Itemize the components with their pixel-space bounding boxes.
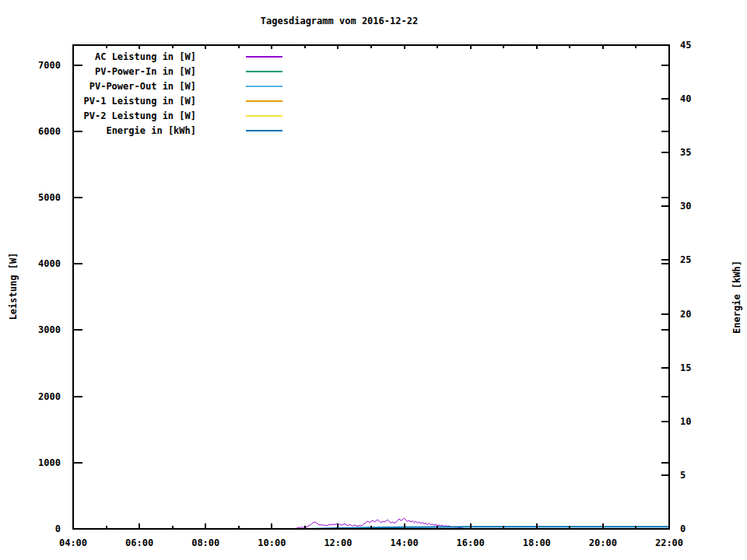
x-tick-label: 10:00 (258, 537, 286, 548)
y2-tick-label: 40 (680, 93, 691, 104)
legend-line-sample (246, 100, 282, 102)
legend-label: Energie in [kWh] (73, 125, 196, 136)
y1-tick-label: 7000 (38, 60, 61, 71)
y2-tick-label: 25 (680, 254, 691, 265)
legend-line-sample (246, 56, 282, 58)
x-tick-label: 14:00 (390, 537, 418, 548)
legend-entry: PV-Power-Out in [W] (73, 79, 282, 93)
x-tick-label: 12:00 (324, 537, 352, 548)
legend-entry: PV-Power-In in [W] (73, 64, 282, 79)
x-tick-label: 16:00 (457, 537, 485, 548)
legend-line-sample (246, 115, 282, 117)
y1-tick-label: 6000 (38, 126, 61, 137)
legend-label: PV-2 Leistung in [W] (73, 110, 196, 121)
legend-label: AC Leistung in [W] (73, 51, 196, 62)
y2-tick-label: 15 (680, 362, 691, 373)
legend-entry: PV-2 Leistung in [W] (73, 108, 282, 123)
y2-tick-label: 30 (680, 201, 691, 212)
y1-tick-label: 0 (55, 523, 61, 534)
x-tick-label: 04:00 (59, 537, 87, 548)
legend-label: PV-Power-Out in [W] (73, 81, 196, 92)
legend-entry: PV-1 Leistung in [W] (73, 93, 282, 108)
y1-tick-label: 5000 (38, 192, 61, 203)
x-tick-label: 18:00 (523, 537, 551, 548)
legend: AC Leistung in [W]PV-Power-In in [W]PV-P… (73, 49, 282, 138)
legend-entry: AC Leistung in [W] (73, 49, 282, 64)
legend-line-sample (246, 71, 282, 72)
y2-tick-label: 0 (680, 523, 686, 534)
x-tick-label: 08:00 (191, 537, 219, 548)
legend-line-sample (246, 86, 282, 87)
legend-label: PV-1 Leistung in [W] (73, 96, 196, 107)
y2-tick-label: 45 (680, 40, 691, 51)
legend-entry: Energie in [kWh] (73, 123, 282, 138)
y1-tick-label: 3000 (38, 324, 61, 335)
legend-label: PV-Power-In in [W] (73, 66, 196, 77)
y1-tick-label: 1000 (38, 457, 61, 468)
y2-tick-label: 10 (680, 416, 691, 427)
y1-tick-label: 4000 (38, 258, 61, 269)
legend-line-sample (246, 130, 282, 131)
x-tick-label: 22:00 (655, 537, 683, 548)
chart-canvas: Tagesdiagramm vom 2016-12-22 Leistung [W… (0, 0, 747, 560)
y2-tick-label: 35 (680, 147, 691, 158)
y2-tick-label: 20 (680, 309, 691, 320)
x-tick-label: 20:00 (589, 537, 617, 548)
y2-tick-label: 5 (680, 470, 686, 481)
x-tick-label: 06:00 (125, 537, 153, 548)
y1-tick-label: 2000 (38, 391, 61, 402)
